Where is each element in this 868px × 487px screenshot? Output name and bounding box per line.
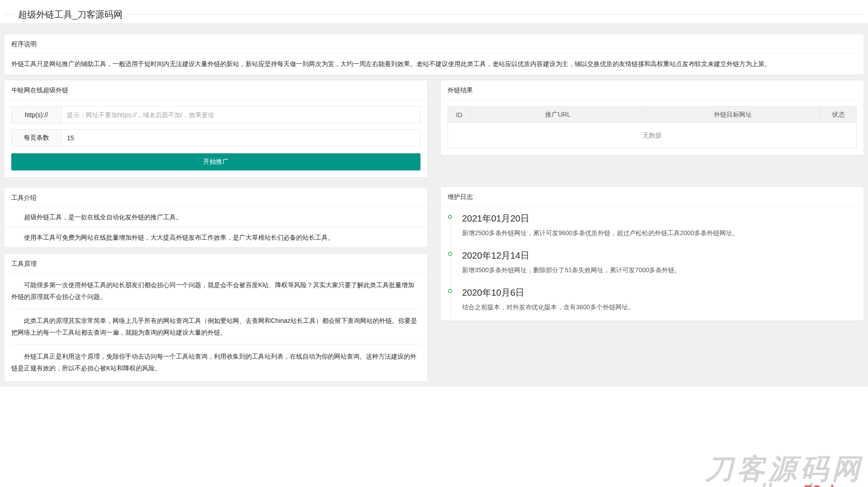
- column-header-promo-url: 推广URL: [471, 107, 646, 123]
- tool-intro-title: 工具介绍: [5, 188, 427, 207]
- tool-intro-item: 超级外链工具，是一款在线全自动化发外链的推广工具。: [5, 207, 427, 227]
- link-results-body: ID 推广URL 外链目标网址 状态 无数据: [441, 99, 863, 155]
- target-url-input[interactable]: [61, 107, 420, 123]
- timeline-date: 2020年12月14日: [462, 250, 857, 261]
- timeline-content: 结合之前版本，对外发布优化版本，含有3600多个外链网址。: [462, 303, 857, 312]
- timeline-entry: 2020年12月14日 新增3500多条外链网址，删除部分了51条失效网址，累计…: [451, 250, 857, 287]
- column-header-status: 状态: [821, 107, 857, 123]
- link-results-card: 外链结果 ID 推广URL 外链目标网址 状态: [441, 80, 863, 155]
- table-header-row: ID 推广URL 外链目标网址 状态: [448, 107, 857, 123]
- page-title-rule: 超级外链工具_刀客源码网: [5, 14, 863, 23]
- watermark: 刀客源码网 www.dkewl.com www.52xb.cn: [698, 455, 863, 487]
- timeline-content: 新增3500多条外链网址，删除部分了51条失效网址，累计可发7000多条外链。: [462, 265, 857, 275]
- watermark-url-wrap: www.dkewl.com www.52xb.cn: [698, 482, 863, 487]
- superlink-form-card: 牛蛙网在线超级外链 http(s):// 每页条数 开始推广: [5, 80, 427, 177]
- tool-principle-title: 工具原理: [5, 254, 427, 273]
- timeline-dot-icon: [448, 252, 452, 256]
- watermark-overlay-url-text: www.52xb.cn: [764, 482, 863, 487]
- timeline-entry: 2021年01月20日 新增2500多条外链网址，累计可发9600多条优质外链，…: [451, 213, 857, 250]
- program-description-title: 程序说明: [5, 34, 863, 53]
- left-column: 牛蛙网在线超级外链 http(s):// 每页条数 开始推广: [5, 80, 427, 381]
- per-page-input[interactable]: [61, 130, 420, 146]
- timeline-entry: 2020年10月6日 结合之前版本，对外发布优化版本，含有3600多个外链网址。: [451, 287, 857, 318]
- page-title: 超级外链工具_刀客源码网: [14, 9, 127, 21]
- principle-paragraph: 可能很多第一次使用外链工具的站长朋友们都会担心同一个问题，就是会不会被百度K站、…: [11, 273, 420, 308]
- timeline-dot-icon: [448, 289, 452, 293]
- timeline-date: 2021年01月20日: [462, 213, 857, 224]
- principle-paragraph: 外链工具正是利用这个原理，免除你手动去访问每一个工具站查询，利用收集到的工具站列…: [11, 344, 420, 381]
- url-protocol-addon: http(s)://: [12, 107, 61, 123]
- tool-intro-list: 超级外链工具，是一款在线全自动化发外链的推广工具。 使用本工具可免费为网站在线批…: [5, 207, 427, 247]
- timeline-dot-icon: [448, 215, 452, 219]
- tool-intro-item: 使用本工具可免费为网站在线批量增加外链，大大提高外链发布工作效率，是广大草根站长…: [5, 227, 427, 247]
- page: 超级外链工具_刀客源码网 程序说明 外链工具只是网站推广的辅助工具，一般适用于短…: [0, 14, 868, 487]
- per-page-input-group: 每页条数: [11, 129, 420, 147]
- timeline-date: 2020年10月6日: [462, 287, 857, 298]
- principle-paragraph: 此类工具的原理其实非常简单，网络上几乎所有的网站查询工具（例如爱站网、去查网和C…: [11, 308, 420, 344]
- start-promotion-button[interactable]: 开始推广: [11, 153, 420, 170]
- maintenance-log-title: 维护日志: [441, 187, 863, 206]
- tool-intro-card: 工具介绍 超级外链工具，是一款在线全自动化发外链的推广工具。 使用本工具可免费为…: [5, 188, 427, 247]
- content-wrapper: 程序说明 外链工具只是网站推广的辅助工具，一般适用于短时间内无法建设大量外链的新…: [0, 23, 868, 387]
- link-results-table: ID 推广URL 外链目标网址 状态 无数据: [448, 106, 857, 148]
- table-empty-row: 无数据: [448, 123, 857, 148]
- tool-principle-body: 可能很多第一次使用外链工具的站长朋友们都会担心同一个问题，就是会不会被百度K站、…: [5, 273, 427, 381]
- watermark-brand-text: 刀客源码网: [698, 455, 863, 482]
- program-description-text: 外链工具只是网站推广的辅助工具，一般适用于短时间内无法建设大量外链的新站，新站应…: [5, 53, 863, 75]
- tool-principle-card: 工具原理 可能很多第一次使用外链工具的站长朋友们都会担心同一个问题，就是会不会被…: [5, 254, 427, 381]
- link-results-title: 外链结果: [441, 80, 863, 99]
- per-page-label: 每页条数: [12, 130, 61, 146]
- url-input-group: http(s)://: [11, 106, 420, 123]
- superlink-form-body: http(s):// 每页条数 开始推广: [5, 99, 427, 177]
- empty-data-text: 无数据: [448, 123, 857, 148]
- program-description-card: 程序说明 外链工具只是网站推广的辅助工具，一般适用于短时间内无法建设大量外链的新…: [5, 34, 863, 75]
- column-header-target-url: 外链目标网址: [646, 107, 821, 123]
- maintenance-log-card: 维护日志 2021年01月20日 新增2500多条外链网址，累计可发9600多条…: [441, 187, 863, 321]
- maintenance-log-timeline: 2021年01月20日 新增2500多条外链网址，累计可发9600多条优质外链，…: [441, 206, 863, 321]
- right-column: 外链结果 ID 推广URL 外链目标网址 状态: [441, 80, 863, 321]
- two-column-layout: 牛蛙网在线超级外链 http(s):// 每页条数 开始推广: [5, 80, 863, 381]
- column-header-id: ID: [448, 107, 471, 123]
- superlink-form-title: 牛蛙网在线超级外链: [5, 80, 427, 99]
- timeline-content: 新增2500多条外链网址，累计可发9600多条优质外链，超过卢松松的外链工具20…: [462, 228, 857, 238]
